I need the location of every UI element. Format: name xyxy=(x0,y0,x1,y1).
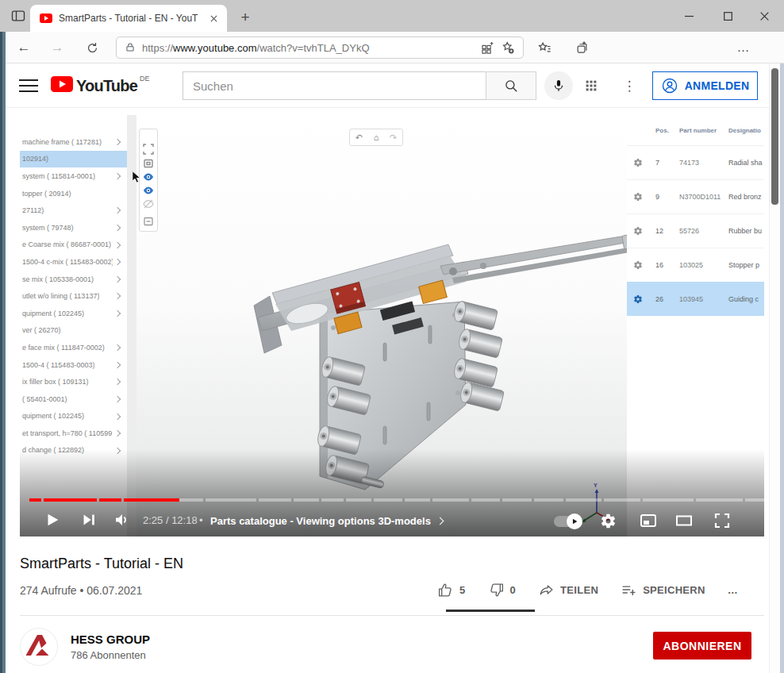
window-maximize-button[interactable] xyxy=(710,4,745,28)
guide-menu-button[interactable] xyxy=(19,77,38,94)
tree-item[interactable]: utlet w/o lining ( 113137) xyxy=(20,287,127,305)
progress-segment[interactable] xyxy=(432,498,469,502)
progress-segment[interactable] xyxy=(99,498,121,502)
youtube-apps-button[interactable] xyxy=(582,76,601,95)
tree-item[interactable]: e face mix ( 111847-0002) xyxy=(20,339,127,356)
redo-view-icon[interactable]: ↷ xyxy=(390,133,397,142)
progress-segment[interactable] xyxy=(405,498,430,502)
save-button[interactable]: SPEICHERN xyxy=(613,578,713,602)
fullscreen-button[interactable] xyxy=(711,510,733,531)
autoplay-toggle[interactable] xyxy=(554,516,581,527)
tree-item[interactable]: e Coarse mix ( 86687-0001) xyxy=(20,237,127,254)
tree-item[interactable]: 1500-4 c-mix ( 115483-0002) xyxy=(20,253,127,271)
search-box[interactable] xyxy=(183,71,486,100)
tree-item[interactable]: quipment ( 102245) xyxy=(20,408,127,425)
youtube-logo[interactable]: YouTube DE xyxy=(51,76,150,95)
search-input[interactable] xyxy=(183,71,486,100)
split-screen-button[interactable] xyxy=(477,38,498,57)
progress-segment[interactable] xyxy=(534,498,563,502)
progress-segment[interactable] xyxy=(374,498,403,502)
youtube-settings-menu-button[interactable]: ⋮ xyxy=(620,76,639,95)
tree-item[interactable]: ver ( 26270) xyxy=(20,322,127,340)
table-row[interactable]: 7 74173 Radial sha xyxy=(627,145,764,179)
progress-segment[interactable] xyxy=(471,498,501,502)
table-row[interactable]: 12 55726 Rubber bu xyxy=(627,213,764,248)
progress-bar[interactable] xyxy=(29,498,755,502)
show-selected-icon[interactable] xyxy=(142,184,155,197)
progress-segment[interactable] xyxy=(321,498,343,502)
progress-segment[interactable] xyxy=(29,498,41,502)
progress-segment[interactable] xyxy=(502,498,532,502)
forward-button[interactable]: → xyxy=(46,37,68,59)
progress-segment[interactable] xyxy=(206,498,256,502)
progress-segment[interactable] xyxy=(44,498,98,502)
page-scrollbar-thumb[interactable] xyxy=(771,68,778,205)
channel-avatar[interactable] xyxy=(20,628,58,666)
back-button[interactable]: ← xyxy=(13,37,35,59)
progress-segment[interactable] xyxy=(259,498,291,502)
settings-button[interactable] xyxy=(598,510,618,531)
collections-button[interactable] xyxy=(570,37,592,59)
tree-item[interactable]: topper ( 20914) xyxy=(20,185,127,202)
tree-item[interactable]: system ( 115814-0001) xyxy=(20,167,127,185)
tree-item-label: 102914) xyxy=(22,155,48,163)
table-row[interactable]: 16 103025 Stopper p xyxy=(627,248,764,282)
tree-item[interactable]: 1500-4 ( 115483-0003) xyxy=(20,356,127,374)
tab-actions-button[interactable] xyxy=(8,6,29,26)
fit-view-icon[interactable] xyxy=(142,143,155,156)
like-button[interactable]: 5 xyxy=(430,578,473,602)
channel-name[interactable]: HESS GROUP xyxy=(71,633,150,646)
window-minimize-button[interactable] xyxy=(671,4,706,28)
search-button[interactable] xyxy=(486,71,536,100)
refresh-button[interactable] xyxy=(81,37,103,59)
progress-segment[interactable] xyxy=(124,498,204,502)
more-actions-button[interactable]: … xyxy=(721,578,745,602)
window-close-button[interactable] xyxy=(747,4,782,28)
tree-item[interactable]: 102914) xyxy=(20,151,127,168)
progress-segment[interactable] xyxy=(643,498,694,502)
voice-search-button[interactable] xyxy=(544,71,573,100)
share-button[interactable]: TEILEN xyxy=(531,578,605,602)
add-favorite-button[interactable] xyxy=(498,38,518,57)
subscribe-button[interactable]: ABONNIEREN xyxy=(653,632,751,660)
show-all-icon[interactable] xyxy=(142,171,155,183)
table-row[interactable]: 26 103945 Guiding c xyxy=(627,282,764,316)
progress-segment[interactable] xyxy=(696,498,743,502)
part-gear-icon xyxy=(633,192,643,202)
box-view-icon[interactable] xyxy=(142,157,155,170)
tree-item[interactable]: 27112) xyxy=(20,202,127,219)
progress-segment[interactable] xyxy=(294,498,319,502)
tree-item[interactable]: system ( 79748) xyxy=(20,219,127,237)
tree-item[interactable]: et transport, h=780 ( 110599... xyxy=(20,425,127,442)
tree-item[interactable]: ( 55401-0001) xyxy=(20,390,127,408)
miniplayer-button[interactable] xyxy=(637,510,659,531)
next-button[interactable] xyxy=(75,508,102,532)
play-button[interactable] xyxy=(39,508,66,532)
theater-mode-button[interactable] xyxy=(673,510,695,531)
new-tab-button[interactable]: + xyxy=(235,7,256,28)
tree-item[interactable]: quipment ( 102245) xyxy=(20,305,127,322)
chapter-button[interactable]: Parts catalogue - Viewing options 3D-mod… xyxy=(210,514,443,527)
collapse-icon[interactable] xyxy=(142,215,155,228)
address-bar[interactable]: https://www.youtube.com/watch?v=tvhTLA_D… xyxy=(116,37,524,59)
progress-fill xyxy=(124,498,179,502)
favorites-button[interactable] xyxy=(533,37,555,59)
tree-item[interactable]: machine frame ( 117281) xyxy=(20,133,127,151)
volume-button[interactable] xyxy=(109,508,136,532)
dislike-button[interactable]: 0 xyxy=(481,578,524,602)
progress-segment[interactable] xyxy=(566,498,602,502)
browser-menu-button[interactable]: … xyxy=(732,37,755,59)
progress-segment[interactable] xyxy=(346,498,371,502)
browser-tab[interactable]: SmartParts - Tutorial - EN - YouT xyxy=(30,5,227,32)
undo-view-icon[interactable]: ↶ xyxy=(355,133,363,142)
video-player[interactable]: machine frame ( 117281) 102914) system (… xyxy=(20,115,764,536)
sign-in-button[interactable]: ANMELDEN xyxy=(652,71,758,100)
table-row[interactable]: 9 N3700D1011 Red bronz xyxy=(627,179,764,213)
tree-item[interactable]: se mix ( 105338-0001) xyxy=(20,271,127,288)
hide-icon[interactable] xyxy=(142,198,155,210)
progress-segment[interactable] xyxy=(604,498,640,502)
tab-close-icon[interactable] xyxy=(206,11,221,25)
tree-item[interactable]: ix filler box ( 109131) xyxy=(20,373,127,390)
progress-segment[interactable] xyxy=(745,498,764,502)
home-view-icon[interactable]: ⌂ xyxy=(374,133,379,142)
